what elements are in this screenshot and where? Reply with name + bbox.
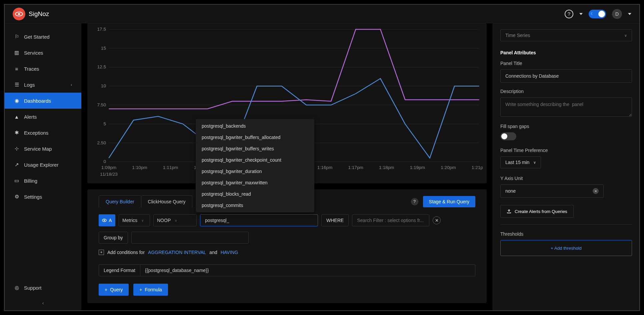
help-icon[interactable]: ?	[565, 10, 573, 18]
svg-text:10: 10	[101, 84, 106, 89]
plus-icon: +	[105, 287, 107, 292]
logo[interactable]: SigNoz	[13, 8, 49, 20]
clear-yaxis-icon[interactable]: ✕	[593, 188, 599, 194]
add-query-button[interactable]: +Query	[99, 284, 129, 296]
list-icon: ≡	[14, 66, 19, 72]
autocomplete-item[interactable]: postgresql_bgwriter_buffers_writes	[196, 143, 314, 154]
autocomplete-item[interactable]: postgresql_blocks_read	[196, 188, 314, 200]
stage-run-button[interactable]: Stage & Run Query	[423, 196, 475, 207]
fill-gaps-toggle[interactable]	[500, 132, 516, 140]
chevron-down-icon: ∨	[533, 160, 536, 165]
sidebar-item-service-map[interactable]: ⊹Service Map	[5, 141, 81, 157]
sidebar: ⚐Get Started ▥Services ≡Traces ☰Logs› ◉D…	[5, 23, 81, 310]
card-icon: ▭	[14, 178, 19, 184]
avatar[interactable]: D	[612, 9, 622, 19]
chevron-right-icon: ›	[71, 83, 72, 87]
conditions-text: Add conditions for	[107, 250, 145, 255]
group-by-input[interactable]	[131, 232, 249, 244]
aggregation-select[interactable]: NOOP∨	[153, 214, 197, 226]
sidebar-item-alerts[interactable]: ▲Alerts	[5, 109, 81, 125]
dashboard-icon: ◉	[14, 98, 19, 104]
plus-icon: +	[139, 287, 142, 292]
fill-gaps-label: Fill span gaps	[500, 124, 632, 129]
aggregation-interval-link[interactable]: AGGREGATION INTERVAL	[148, 250, 206, 255]
svg-text:7.50: 7.50	[97, 102, 106, 107]
export-icon	[507, 209, 511, 214]
query-help-icon[interactable]: ?	[411, 198, 418, 205]
autocomplete-item[interactable]: postgresql_bgwriter_duration	[196, 166, 314, 177]
svg-text:1:21pm: 1:21pm	[472, 165, 483, 170]
source-select[interactable]: Metrics∨	[119, 214, 150, 226]
sidebar-item-usage-explorer[interactable]: ↗Usage Explorer	[5, 157, 81, 173]
support-icon: ◎	[14, 285, 19, 291]
add-formula-button[interactable]: +Formula	[133, 284, 168, 296]
sidebar-item-dashboards[interactable]: ◉Dashboards	[5, 93, 81, 109]
group-by-label: Group by	[99, 232, 128, 244]
help-dropdown-caret[interactable]	[579, 13, 583, 15]
sidebar-item-support[interactable]: ◎Support	[5, 280, 81, 296]
time-pref-label: Panel Time Preference	[500, 148, 632, 153]
svg-text:2.50: 2.50	[97, 140, 106, 145]
sidebar-item-get-started[interactable]: ⚐Get Started	[5, 29, 81, 45]
query-visibility-toggle[interactable]: A	[99, 214, 115, 226]
bars-icon: ▥	[14, 50, 19, 56]
sidebar-item-settings[interactable]: ⚙Settings	[5, 189, 81, 205]
logo-icon	[13, 8, 25, 20]
svg-text:1:17pm: 1:17pm	[348, 165, 363, 170]
svg-text:1:18pm: 1:18pm	[379, 165, 394, 170]
query-panel: Query Builder ClickHouse Query ? Stage &…	[87, 189, 487, 303]
svg-text:15: 15	[101, 46, 106, 51]
sidebar-item-billing[interactable]: ▭Billing	[5, 173, 81, 189]
alert-icon: ▲	[14, 114, 19, 120]
legend-format-label: Legend Format	[99, 264, 140, 276]
sidebar-item-exceptions[interactable]: ✱Exceptions	[5, 125, 81, 141]
metric-input[interactable]	[200, 214, 318, 226]
svg-text:12.5: 12.5	[97, 65, 106, 70]
time-preference-select[interactable]: Last 15 min ∨	[500, 156, 541, 168]
autocomplete-item[interactable]: postgresql_bgwriter_checkpoint_count	[196, 154, 314, 166]
filter-input[interactable]	[352, 214, 429, 226]
flag-icon: ⚐	[14, 34, 19, 40]
brand-name: SigNoz	[29, 10, 49, 18]
create-alerts-button[interactable]: Create Alerts from Queries	[500, 205, 574, 218]
sidebar-collapse-button[interactable]: ‹	[5, 296, 81, 310]
svg-text:1:19pm: 1:19pm	[410, 165, 425, 170]
add-condition-icon[interactable]: +	[99, 250, 104, 255]
description-label: Description	[500, 89, 632, 94]
where-label: WHERE	[321, 214, 349, 226]
add-threshold-button[interactable]: + Add threshold	[500, 240, 632, 256]
panel-attributes-heading: Panel Attributes	[500, 50, 632, 55]
svg-point-33	[104, 220, 105, 221]
gear-icon: ⚙	[14, 194, 19, 200]
sidebar-item-services[interactable]: ▥Services	[5, 45, 81, 61]
chevron-down-icon: ∨	[175, 219, 177, 222]
panel-title-input[interactable]	[500, 69, 632, 83]
autocomplete-item[interactable]: postgresql_backends	[196, 120, 314, 132]
remove-query-button[interactable]: ✕	[433, 216, 441, 224]
autocomplete-item[interactable]: postgresql_bgwriter_maxwritten	[196, 177, 314, 188]
thresholds-label: Thresholds	[500, 231, 632, 237]
svg-text:0: 0	[103, 159, 106, 164]
legend-format-input[interactable]	[140, 264, 475, 276]
chevron-down-icon: ∨	[141, 219, 144, 222]
having-link[interactable]: HAVING	[221, 250, 238, 255]
tab-query-builder[interactable]: Query Builder	[99, 195, 141, 208]
chevron-down-icon: ∨	[624, 33, 627, 38]
yaxis-unit-select[interactable]: none ✕	[500, 184, 604, 198]
moon-icon: ☾	[591, 12, 594, 16]
sidebar-item-traces[interactable]: ≡Traces	[5, 61, 81, 77]
autocomplete-item[interactable]: postgresql_commits	[196, 200, 314, 211]
theme-toggle[interactable]: ☾	[589, 10, 606, 18]
visualization-type-select[interactable]: Time Series ∨	[500, 29, 632, 41]
user-dropdown-caret[interactable]	[628, 13, 631, 15]
sidebar-item-logs[interactable]: ☰Logs›	[5, 77, 81, 93]
network-icon: ⊹	[14, 146, 19, 152]
tab-clickhouse[interactable]: ClickHouse Query	[141, 195, 193, 208]
autocomplete-item[interactable]: postgresql_bgwriter_buffers_allocated	[196, 132, 314, 143]
svg-point-1	[18, 13, 20, 15]
svg-text:1:11pm: 1:11pm	[163, 165, 178, 170]
toggle-knob	[598, 11, 605, 17]
svg-text:1:16pm: 1:16pm	[317, 165, 332, 170]
svg-text:1:10pm: 1:10pm	[132, 165, 147, 170]
description-textarea[interactable]	[500, 97, 632, 117]
